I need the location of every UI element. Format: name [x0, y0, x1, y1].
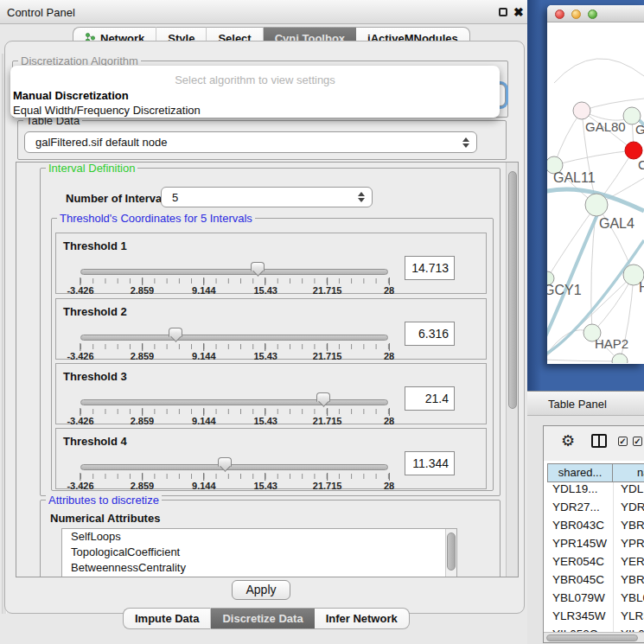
- combo-arrows-icon: [357, 192, 365, 202]
- combo-arrows-icon: [462, 137, 469, 148]
- table-row[interactable]: YLR345W YLR3: [544, 609, 644, 628]
- slider-handle[interactable]: [169, 328, 182, 343]
- network-graph: GAL80 G. C GAL11 GAL4 GCY1 H HAP2: [547, 22, 644, 363]
- slider-track[interactable]: [80, 464, 388, 470]
- threshold-2-value-field[interactable]: [405, 322, 455, 346]
- threshold-1-value-field[interactable]: [405, 256, 455, 280]
- settings-scrollbar[interactable]: [506, 163, 519, 577]
- float-window-icon[interactable]: [499, 8, 507, 16]
- number-of-intervals-value: 5: [162, 191, 357, 204]
- node-gal4[interactable]: [585, 194, 608, 216]
- network-window-titlebar[interactable]: [547, 5, 644, 22]
- checkbox-icon-1[interactable]: ✓: [618, 437, 628, 446]
- tab-discretize-data[interactable]: Discretize Data: [211, 608, 314, 629]
- node-label-partial-g: G.: [635, 122, 644, 137]
- tab-infer-network[interactable]: Infer Network: [315, 608, 410, 629]
- table-row[interactable]: YPR145W YPR1: [544, 537, 644, 555]
- threshold-2-label: Threshold 2: [63, 305, 127, 318]
- axis-tick: 15.43: [253, 473, 277, 491]
- table-header-row: shared... na: [547, 463, 644, 482]
- popup-hint: Select algorithm to view settings: [10, 73, 500, 86]
- attribute-item[interactable]: SelfLoops: [62, 529, 456, 545]
- axis-tick: 28: [384, 408, 394, 426]
- bottom-tabbar: Impute Data Discretize Data Infer Networ…: [123, 608, 410, 629]
- node-label-gal80: GAL80: [585, 119, 626, 134]
- window-minimize-icon[interactable]: [571, 10, 581, 19]
- window-close-icon[interactable]: [555, 10, 564, 19]
- axis-tick: 15.43: [253, 408, 277, 426]
- table-panel-title: Table Panel: [548, 398, 607, 411]
- settings-scroll-area: Interval Definition Number of Intervals …: [16, 162, 519, 577]
- network-canvas[interactable]: GAL80 G. C GAL11 GAL4 GCY1 H HAP2: [547, 22, 644, 363]
- table-data-selected: galFiltered.sif default node: [25, 136, 462, 149]
- window-zoom-icon[interactable]: [588, 10, 597, 19]
- table-row[interactable]: YER054C YER0: [544, 555, 644, 573]
- node-gal80[interactable]: [573, 102, 590, 119]
- threshold-4-value-field[interactable]: [405, 451, 455, 475]
- close-icon[interactable]: ✖: [513, 5, 524, 19]
- threshold-3-panel: Threshold 3 -3.4262.8599.14415.4321.7152…: [55, 363, 487, 424]
- column-header-name[interactable]: na: [613, 463, 644, 482]
- slider-track[interactable]: [80, 335, 388, 341]
- axis-tick: 9.144: [192, 408, 216, 426]
- node-selected-red[interactable]: [625, 142, 642, 159]
- node-label-partial-h: H: [639, 280, 644, 295]
- algorithm-popup: Select algorithm to view settings Manual…: [10, 66, 500, 118]
- slider-axis: -3.4262.8599.14415.4321.71528: [80, 473, 389, 490]
- table-row[interactable]: YDR27... YDR2: [544, 501, 644, 519]
- number-of-intervals-combobox[interactable]: 5: [161, 187, 373, 207]
- slider-handle[interactable]: [316, 392, 330, 408]
- axis-tick: 2.859: [131, 408, 155, 426]
- table-row[interactable]: YBR045C YBR0: [544, 573, 644, 591]
- axis-tick: -3.426: [67, 343, 93, 361]
- table-horizontal-scrollbar[interactable]: [544, 632, 644, 642]
- attribute-item[interactable]: TopologicalCoefficient: [62, 545, 456, 560]
- axis-tick: 21.715: [313, 343, 342, 361]
- screen: Control Panel ✖ Network Style Select Cyn…: [0, 0, 644, 644]
- checkbox-icon-2[interactable]: ✓: [633, 437, 642, 446]
- thresholds-group-label: Threshold's Coordinates for 5 Intervals: [57, 212, 255, 225]
- node-bottom-partial[interactable]: [612, 354, 628, 363]
- slider-handle[interactable]: [251, 262, 265, 277]
- node-label-gal4: GAL4: [599, 216, 634, 231]
- table-row[interactable]: YDL19... YDL1: [544, 482, 644, 501]
- table-row[interactable]: YBL079W YBL0: [544, 591, 644, 609]
- slider-track[interactable]: [80, 269, 388, 275]
- column-header-shared-name[interactable]: shared...: [547, 463, 613, 482]
- axis-tick: 2.859: [131, 473, 155, 491]
- axis-tick: -3.426: [67, 277, 93, 296]
- control-panel-title: Control Panel: [7, 6, 75, 19]
- popup-option-equal-width-frequency[interactable]: Equal Width/Frequency Discretization: [13, 104, 201, 117]
- tab-impute-data[interactable]: Impute Data: [123, 608, 211, 629]
- table-row[interactable]: YBR043C YBR0: [544, 519, 644, 537]
- axis-tick: 15.43: [253, 343, 277, 361]
- table-rows: YDL19... YDL1 YDR27... YDR2 YBR043C YBR0…: [544, 482, 644, 632]
- axis-tick: 21.715: [313, 277, 342, 296]
- axis-tick: 21.715: [313, 473, 342, 491]
- slider-axis: -3.4262.8599.14415.4321.71528: [80, 408, 389, 425]
- axis-tick: 28: [384, 277, 394, 296]
- attribute-item[interactable]: BetweennessCentrality: [62, 560, 456, 576]
- table-hscrollbar-thumb[interactable]: [546, 634, 638, 641]
- node-label-gal11: GAL11: [553, 170, 596, 185]
- slider-handle[interactable]: [218, 457, 232, 473]
- control-panel-titlebar: Control Panel ✖: [0, 0, 527, 24]
- axis-tick: 9.144: [192, 277, 216, 296]
- attributes-list-scrollbar[interactable]: [445, 529, 456, 577]
- threshold-3-label: Threshold 3: [63, 370, 127, 383]
- network-view-window: GAL80 G. C GAL11 GAL4 GCY1 H HAP2: [547, 5, 644, 364]
- settings-scrollbar-thumb[interactable]: [508, 171, 517, 409]
- threshold-1-label: Threshold 1: [63, 239, 127, 252]
- popup-option-manual-discretization[interactable]: Manual Discretization: [13, 89, 129, 102]
- threshold-3-value-field[interactable]: [405, 386, 455, 411]
- numerical-attributes-list[interactable]: SelfLoopsTopologicalCoefficientBetweenne…: [61, 528, 457, 577]
- split-columns-icon[interactable]: [591, 434, 607, 448]
- table-data-combobox[interactable]: galFiltered.sif default node: [24, 131, 477, 153]
- axis-tick: 9.144: [192, 473, 216, 491]
- gear-icon[interactable]: ⚙: [561, 433, 575, 449]
- slider-track[interactable]: [80, 399, 388, 405]
- axis-tick: -3.426: [67, 408, 93, 426]
- apply-button[interactable]: Apply: [232, 580, 290, 600]
- axis-tick: 2.859: [131, 277, 155, 296]
- numerical-attributes-label: Numerical Attributes: [50, 512, 160, 525]
